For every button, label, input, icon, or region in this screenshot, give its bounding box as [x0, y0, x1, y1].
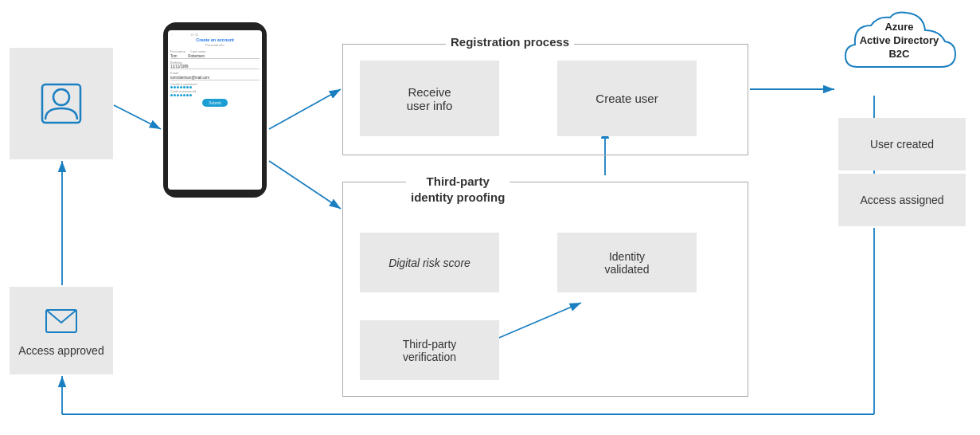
diagram: ← 10:30 Create an account Personal info … — [0, 0, 980, 435]
phone-subtitle: Personal info — [170, 43, 260, 47]
third-party-verification-box: Third-partyverification — [360, 320, 499, 380]
azure-title-label: AzureActive DirectoryB2C — [830, 21, 969, 61]
registration-title: Registration process — [446, 35, 574, 49]
phone-submit-button[interactable]: Submit — [202, 99, 228, 107]
user-created-box: User created — [838, 118, 966, 170]
svg-point-15 — [53, 89, 69, 105]
access-assigned-label: Access assigned — [860, 194, 943, 206]
envelope-icon — [45, 305, 77, 339]
phone-mockup: ← 10:30 Create an account Personal info … — [163, 22, 267, 198]
access-assigned-box: Access assigned — [838, 174, 966, 226]
digital-risk-score-label: Digital risk score — [388, 257, 470, 269]
access-approved-label: Access approved — [18, 344, 103, 357]
svg-line-4 — [269, 161, 341, 209]
identity-validated-label: Identityvalidated — [604, 250, 649, 276]
access-approved-box: Access approved — [10, 287, 113, 374]
create-user-label: Create user — [595, 92, 658, 105]
azure-cloud-container: AzureActive DirectoryB2C — [830, 10, 969, 84]
digital-risk-score-box: Digital risk score — [360, 233, 499, 292]
receive-user-info-label: Receiveuser info — [407, 85, 453, 112]
user-created-label: User created — [870, 138, 934, 151]
thirdparty-title: Third-partyidentity proofing — [406, 174, 510, 205]
svg-line-2 — [114, 105, 161, 129]
svg-line-3 — [269, 89, 341, 129]
user-person-box — [10, 48, 113, 159]
third-party-verification-label: Third-partyverification — [403, 338, 457, 363]
create-user-box: Create user — [557, 61, 697, 136]
receive-user-info-box: Receiveuser info — [360, 61, 499, 136]
phone-title: Create an account — [170, 37, 260, 42]
identity-validated-box: Identityvalidated — [557, 233, 697, 292]
